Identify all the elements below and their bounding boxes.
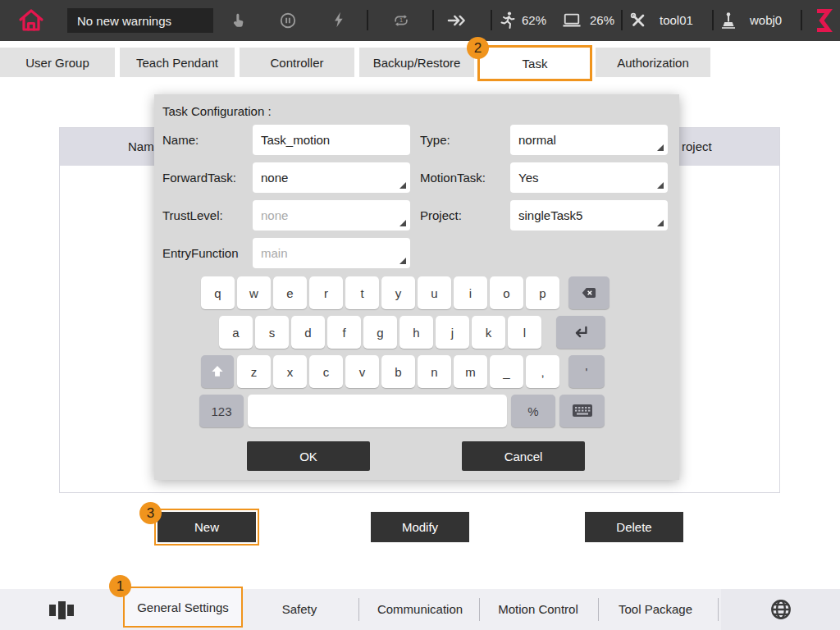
column-header-project: roject: [682, 128, 712, 166]
key-a[interactable]: a: [219, 316, 253, 349]
key-d[interactable]: d: [291, 316, 325, 349]
key-r[interactable]: r: [309, 276, 343, 309]
svg-text:1: 1: [399, 16, 403, 24]
percent-key[interactable]: %: [511, 395, 555, 427]
trustlevel-value: none: [261, 208, 288, 222]
entryfunction-value: main: [261, 246, 288, 260]
tab-task[interactable]: Task: [477, 45, 592, 81]
topbar-divider: [801, 10, 802, 30]
warning-message-box[interactable]: No new warnings: [67, 8, 213, 33]
tab-label: Teach Pendant: [136, 56, 218, 70]
workobject-joystick-icon[interactable]: [719, 10, 738, 30]
space-key[interactable]: [248, 395, 507, 427]
topbar-divider: [621, 10, 623, 30]
key-s[interactable]: s: [255, 316, 289, 349]
current-tool[interactable]: tool01: [660, 0, 693, 41]
key-h[interactable]: h: [399, 316, 433, 349]
delete-button[interactable]: Delete: [585, 512, 683, 542]
step-forward-icon[interactable]: [445, 11, 468, 30]
tab-user-group[interactable]: User Group: [0, 48, 115, 77]
controller-load-icon[interactable]: [561, 11, 582, 30]
trustlevel-dropdown[interactable]: none: [253, 200, 410, 231]
shift-key[interactable]: [201, 355, 234, 388]
current-wobj[interactable]: wobj0: [750, 0, 782, 41]
keyboard-row-2: a s d f g h j k l: [219, 316, 541, 349]
cancel-button[interactable]: Cancel: [462, 441, 585, 471]
tool-wrench-icon[interactable]: [629, 11, 647, 30]
key-b[interactable]: b: [381, 355, 415, 388]
key-k[interactable]: k: [472, 316, 505, 349]
dropdown-corner-icon: [399, 182, 406, 189]
key-u[interactable]: u: [418, 276, 451, 309]
bottombar-divider: [718, 598, 719, 621]
language-switch[interactable]: [721, 589, 840, 630]
project-dropdown[interactable]: singleTask5: [510, 200, 668, 231]
tab-backup-restore[interactable]: Backup/Restore: [359, 48, 474, 77]
sidebar-toggle-icon[interactable]: [48, 600, 75, 621]
key-w[interactable]: w: [237, 276, 271, 309]
key-c[interactable]: c: [309, 355, 343, 388]
name-input[interactable]: Task_motion: [253, 125, 410, 155]
tab-authorization[interactable]: Authorization: [596, 48, 710, 77]
key-g[interactable]: g: [363, 316, 397, 349]
entryfunction-dropdown[interactable]: main: [253, 238, 410, 268]
nav-tool-package[interactable]: Tool Package: [619, 589, 692, 630]
key-l[interactable]: l: [508, 316, 541, 349]
key-n[interactable]: n: [418, 355, 451, 388]
key-o[interactable]: o: [490, 276, 523, 309]
dropdown-corner-icon: [657, 182, 664, 189]
key-comma[interactable]: ,: [526, 355, 559, 388]
forwardtask-dropdown[interactable]: none: [253, 162, 410, 193]
key-e[interactable]: e: [273, 276, 307, 309]
dropdown-corner-icon: [399, 258, 406, 264]
type-dropdown[interactable]: normal: [510, 125, 668, 155]
topbar-divider: [367, 10, 368, 30]
trustlevel-label: TrustLevel:: [162, 200, 223, 231]
enter-key[interactable]: [556, 316, 605, 349]
pause-icon[interactable]: [279, 11, 297, 30]
quote-key[interactable]: ': [568, 355, 605, 388]
nav-motion-control[interactable]: Motion Control: [498, 589, 578, 630]
nav-communication[interactable]: Communication: [377, 589, 463, 630]
motiontask-dropdown[interactable]: Yes: [510, 162, 668, 193]
speed-runner-icon[interactable]: [498, 10, 518, 30]
backspace-key[interactable]: [568, 276, 609, 309]
key-t[interactable]: t: [345, 276, 379, 309]
manual-mode-hand-icon[interactable]: [229, 11, 247, 30]
key-q[interactable]: q: [201, 276, 235, 309]
nav-safety[interactable]: Safety: [282, 589, 317, 630]
forwardtask-value: none: [261, 171, 288, 185]
key-x[interactable]: x: [273, 355, 307, 388]
key-y[interactable]: y: [381, 276, 415, 309]
ok-button[interactable]: OK: [247, 441, 370, 471]
new-button[interactable]: New: [158, 512, 256, 542]
settings-tab-bar: User Group Teach Pendant Controller Back…: [0, 41, 840, 80]
key-underscore[interactable]: _: [490, 355, 523, 388]
key-f[interactable]: f: [327, 316, 361, 349]
enter-icon: [572, 323, 590, 341]
nav-general-settings[interactable]: General Settings: [123, 587, 243, 628]
key-v[interactable]: v: [345, 355, 379, 388]
entryfunction-label: EntryFunction: [162, 238, 239, 268]
key-i[interactable]: i: [454, 276, 487, 309]
tab-label: Task: [523, 57, 548, 71]
hide-keyboard-key[interactable]: [559, 395, 605, 427]
repeat-once-icon[interactable]: 1: [391, 11, 411, 30]
column-header-name: Nam: [128, 128, 154, 166]
dropdown-corner-icon: [399, 220, 406, 226]
numeric-layout-key[interactable]: 123: [199, 395, 244, 427]
name-value: Task_motion: [261, 133, 330, 147]
power-lightning-icon[interactable]: [331, 11, 349, 29]
tab-teach-pendant[interactable]: Teach Pendant: [120, 48, 235, 77]
tab-label: Backup/Restore: [373, 56, 461, 70]
key-j[interactable]: j: [436, 316, 469, 349]
dropdown-corner-icon: [657, 220, 664, 226]
modify-button[interactable]: Modify: [371, 512, 469, 542]
home-icon[interactable]: [16, 6, 46, 35]
key-p[interactable]: p: [526, 276, 559, 309]
tab-controller[interactable]: Controller: [240, 48, 354, 77]
key-z[interactable]: z: [237, 355, 271, 388]
dialog-title: Task Configuration :: [162, 104, 272, 118]
step-badge-1: 1: [109, 575, 131, 597]
key-m[interactable]: m: [454, 355, 487, 388]
